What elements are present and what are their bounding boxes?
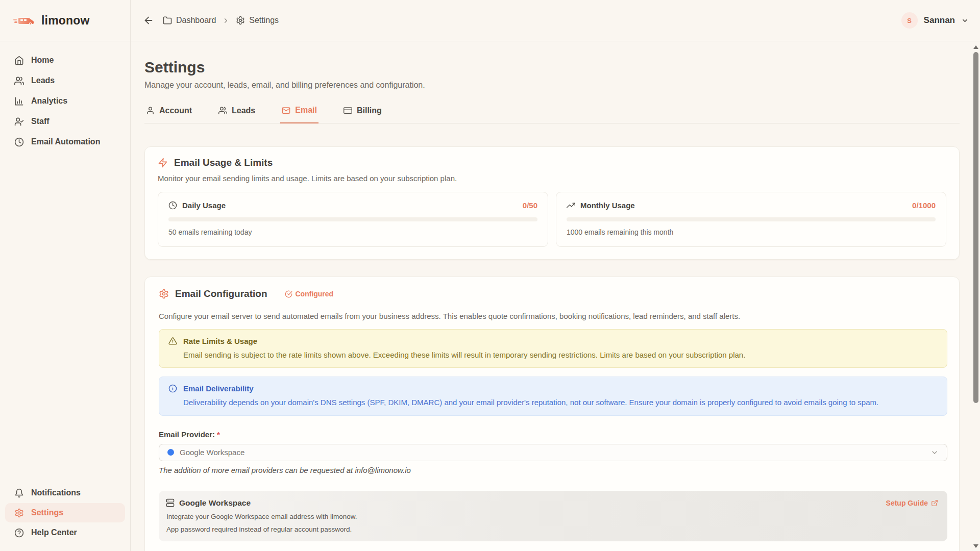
tab-billing[interactable]: Billing: [342, 106, 383, 123]
required-asterisk: *: [217, 430, 220, 439]
info-text: Deliverability depends on your domain's …: [183, 397, 938, 408]
google-workspace-card: Google Workspace Setup Guide Integrate y…: [159, 491, 947, 541]
info-title: Email Deliverability: [183, 384, 254, 393]
check-circle-icon: [285, 290, 292, 298]
external-link-icon: [931, 499, 938, 507]
provider-color-dot: [167, 449, 174, 456]
sidebar-item-settings[interactable]: Settings: [5, 503, 125, 522]
usage-grid: Daily Usage 0/50 50 emails remaining tod…: [158, 192, 946, 247]
daily-usage-value: 0/50: [523, 201, 537, 210]
monthly-usage-progressbar: [567, 217, 936, 221]
scrollbar-down-arrow[interactable]: [973, 544, 978, 548]
tab-label: Leads: [232, 106, 255, 115]
sidebar-item-email-automation[interactable]: Email Automation: [0, 132, 130, 152]
gear-icon: [236, 16, 245, 25]
help-circle-icon: [14, 528, 24, 538]
credit-card-icon: [344, 106, 352, 115]
daily-usage-remaining: 50 emails remaining today: [168, 228, 537, 236]
email-configuration-card: Email Configuration Configured Configure…: [144, 277, 960, 551]
users-icon: [14, 76, 24, 86]
sidebar-spacer: [0, 152, 130, 483]
deliverability-info: Email Deliverability Deliverability depe…: [159, 377, 947, 415]
sidebar-item-staff[interactable]: Staff: [0, 111, 130, 132]
page-subtitle: Manage your account, leads, email, and b…: [144, 81, 960, 90]
email-provider-select[interactable]: Google Workspace: [159, 444, 947, 461]
sidebar-item-label: Help Center: [31, 528, 77, 537]
breadcrumb-settings[interactable]: Settings: [236, 16, 279, 25]
usage-section-desc: Monitor your email sending limits and us…: [158, 174, 946, 183]
daily-usage-head: Daily Usage 0/50: [168, 201, 537, 210]
email-usage-card: Email Usage & Limits Monitor your email …: [144, 146, 960, 260]
alert-triangle-icon: [168, 337, 177, 345]
topbar: Dashboard Settings S Sannan: [131, 0, 980, 41]
info-icon: [168, 384, 177, 393]
breadcrumb-label: Settings: [249, 16, 279, 25]
tab-account[interactable]: Account: [144, 106, 193, 123]
clock-icon: [14, 137, 24, 147]
folder-icon: [163, 16, 172, 25]
brand-logo[interactable]: limonow: [0, 0, 130, 41]
rate-limits-warning: Rate Limits & Usage Email sending is sub…: [159, 329, 947, 368]
provider-note: The addition of more email providers can…: [159, 466, 946, 474]
setup-guide-label: Setup Guide: [886, 499, 928, 507]
tab-leads[interactable]: Leads: [217, 106, 257, 123]
sidebar-item-notifications[interactable]: Notifications: [0, 483, 130, 503]
sidebar-item-help-center[interactable]: Help Center: [0, 522, 130, 543]
tab-email[interactable]: Email: [280, 106, 318, 123]
users-icon: [218, 106, 227, 115]
sidebar-item-label: Settings: [31, 508, 63, 517]
monthly-usage-card: Monthly Usage 0/1000 1000 emails remaini…: [556, 192, 946, 247]
gear-icon: [159, 289, 169, 299]
selected-provider: Google Workspace: [180, 448, 244, 457]
breadcrumb-dashboard[interactable]: Dashboard: [163, 16, 216, 25]
email-provider-label: Email Provider:*: [159, 430, 946, 439]
scrollbar-thumb[interactable]: [973, 52, 978, 403]
chevron-down-icon: [930, 448, 939, 457]
user-icon: [146, 106, 155, 115]
clock-icon: [168, 201, 177, 210]
page-title: Settings: [144, 59, 960, 76]
scrollbar-up-arrow[interactable]: [973, 45, 978, 49]
main-area: Dashboard Settings S Sannan Settings Man…: [131, 0, 980, 551]
daily-usage-card: Daily Usage 0/50 50 emails remaining tod…: [158, 192, 548, 247]
chevron-down-icon: [961, 17, 969, 24]
tab-label: Account: [159, 106, 192, 115]
configured-badge-label: Configured: [296, 290, 334, 298]
sidebar-item-label: Analytics: [31, 96, 67, 106]
sidebar-item-analytics[interactable]: Analytics: [0, 91, 130, 111]
warning-title: Rate Limits & Usage: [183, 337, 257, 345]
sidebar: limonow Home Leads Analytics Staff Email: [0, 0, 131, 551]
sidebar-item-label: Notifications: [31, 488, 81, 497]
sidebar-item-leads[interactable]: Leads: [0, 70, 130, 91]
sidebar-nav: Home Leads Analytics Staff Email Automat…: [0, 41, 130, 152]
app-window: limonow Home Leads Analytics Staff Email: [0, 0, 980, 551]
avatar: S: [901, 12, 918, 29]
bar-chart-icon: [14, 96, 24, 106]
google-workspace-head: Google Workspace Setup Guide: [166, 498, 938, 508]
trending-up-icon: [567, 201, 575, 210]
configured-badge: Configured: [285, 290, 334, 298]
usage-section-head: Email Usage & Limits: [158, 157, 946, 168]
google-workspace-line1: Integrate your Google Workspace email ad…: [166, 513, 938, 520]
google-workspace-title: Google Workspace: [179, 498, 251, 508]
scrollbar: [972, 42, 980, 551]
monthly-usage-head: Monthly Usage 0/1000: [567, 201, 936, 210]
bell-icon: [14, 488, 24, 498]
settings-page: Settings Manage your account, leads, ema…: [131, 41, 960, 551]
google-workspace-line2: App password required instead of regular…: [166, 525, 938, 533]
monthly-usage-value: 0/1000: [912, 201, 936, 210]
sidebar-item-home[interactable]: Home: [0, 50, 130, 70]
mail-icon: [282, 106, 290, 115]
setup-guide-link[interactable]: Setup Guide: [886, 499, 938, 507]
brand-name: limonow: [41, 14, 90, 28]
warning-text: Email sending is subject to the rate lim…: [183, 350, 938, 360]
user-menu[interactable]: S Sannan: [901, 12, 969, 29]
config-section-desc: Configure your email server to send auto…: [159, 312, 946, 320]
monthly-usage-remaining: 1000 emails remaining this month: [567, 228, 936, 236]
user-check-icon: [14, 117, 24, 127]
config-section-head: Email Configuration Configured: [159, 288, 946, 299]
breadcrumb-separator: [222, 17, 230, 24]
user-name: Sannan: [924, 15, 955, 26]
back-arrow-icon[interactable]: [143, 15, 154, 26]
daily-usage-progressbar: [168, 217, 537, 221]
